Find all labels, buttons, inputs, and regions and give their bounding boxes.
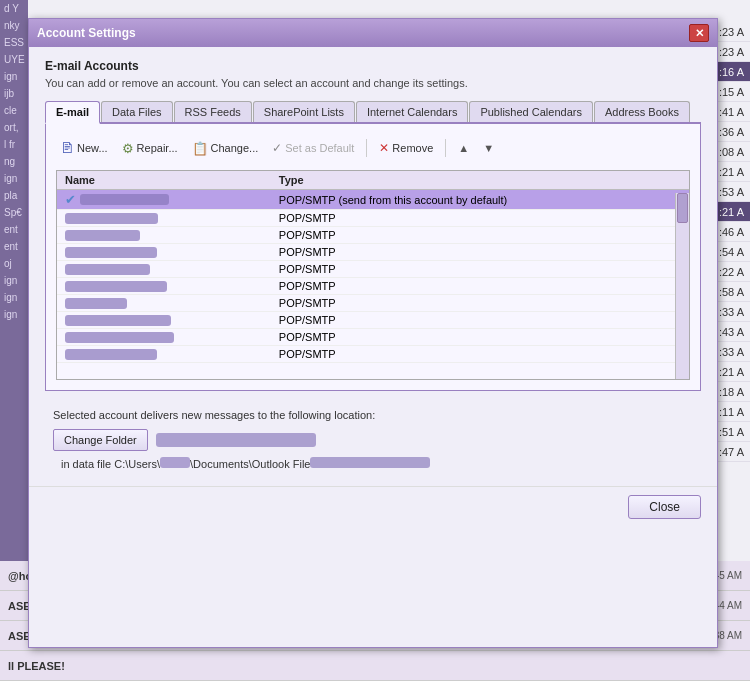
toolbar: 🖹 New... ⚙ Repair... 📋 Change... ✓ Set a… (56, 134, 690, 162)
sidebar-bg-item: ign (0, 272, 28, 289)
table-cell-type: POP/SMTP (271, 227, 689, 244)
sidebar-bg-item: ESS (0, 34, 28, 51)
change-folder-button[interactable]: Change Folder (53, 429, 148, 451)
sidebar-bg-item: ijb (0, 85, 28, 102)
sidebar-bg-item: UYE (0, 51, 28, 68)
table-row[interactable]: POP/SMTP (57, 329, 689, 346)
bg-bottom-email-row: ll PLEASE! (0, 651, 750, 681)
close-dialog-button[interactable]: Close (628, 495, 701, 519)
table-cell-name (57, 312, 271, 329)
repair-icon: ⚙ (122, 141, 134, 156)
table-cell-name (57, 244, 271, 261)
col-type-header: Type (271, 171, 689, 190)
tab-internet-calendars[interactable]: Internet Calendars (356, 101, 469, 122)
sidebar-bg-item: ign (0, 68, 28, 85)
dialog-close-button[interactable]: ✕ (689, 24, 709, 42)
table-cell-type: POP/SMTP (271, 261, 689, 278)
table-cell-type: POP/SMTP (271, 278, 689, 295)
table-cell-name (57, 261, 271, 278)
account-name-blurred (65, 298, 127, 309)
account-name-blurred (65, 332, 174, 343)
remove-label: Remove (392, 142, 433, 154)
sidebar-bg-item: d Y (0, 0, 28, 17)
new-icon: 🖹 (60, 140, 74, 156)
new-button[interactable]: 🖹 New... (56, 138, 112, 158)
data-file-text-middle: \Documents\Outlook File (190, 458, 310, 470)
remove-button[interactable]: ✕ Remove (375, 139, 437, 157)
sidebar-bg-item: ort, (0, 119, 28, 136)
section-title: E-mail Accounts (45, 59, 701, 73)
new-label: New... (77, 142, 108, 154)
section-desc: You can add or remove an account. You ca… (45, 77, 701, 89)
up-arrow-icon: ▲ (458, 142, 469, 154)
down-arrow-icon: ▼ (483, 142, 494, 154)
scrollbar-thumb[interactable] (677, 193, 688, 223)
col-name-header: Name (57, 171, 271, 190)
table-row[interactable]: POP/SMTP (57, 244, 689, 261)
tab-data-files[interactable]: Data Files (101, 101, 173, 122)
path-blurred-file (310, 457, 430, 468)
tab-published-calendars[interactable]: Published Calendars (469, 101, 593, 122)
footer-section: Selected account delivers new messages t… (45, 401, 701, 478)
account-name-blurred (65, 281, 167, 292)
change-icon: 📋 (192, 141, 208, 156)
move-down-button[interactable]: ▼ (479, 140, 498, 156)
account-name-blurred (65, 315, 171, 326)
account-name-blurred (65, 230, 140, 241)
table-cell-name: ✔ (57, 190, 271, 210)
set-default-button[interactable]: ✓ Set as Default (268, 139, 358, 157)
change-button[interactable]: 📋 Change... (188, 139, 263, 158)
table-row[interactable]: POP/SMTP (57, 295, 689, 312)
change-folder-row: Change Folder (53, 429, 693, 451)
table-cell-type: POP/SMTP (271, 312, 689, 329)
sidebar-bg-item: cle (0, 102, 28, 119)
table-row[interactable]: POP/SMTP (57, 210, 689, 227)
sidebar-bg-item: pla (0, 187, 28, 204)
account-default-icon: ✔ (65, 192, 76, 207)
table-row[interactable]: POP/SMTP (57, 312, 689, 329)
tab-email[interactable]: E-mail (45, 101, 100, 124)
sidebar-bg-item: ign (0, 289, 28, 306)
table-cell-name (57, 346, 271, 363)
repair-label: Repair... (137, 142, 178, 154)
sidebar-bg-item: Sp€ (0, 204, 28, 221)
footer-desc: Selected account delivers new messages t… (53, 409, 693, 421)
default-icon: ✓ (272, 141, 282, 155)
tab-address-books[interactable]: Address Books (594, 101, 690, 122)
path-blurred-user (160, 457, 190, 468)
account-settings-dialog: Account Settings ✕ E-mail Accounts You c… (28, 18, 718, 648)
data-file-text-static: in data file C:\Users\ (61, 458, 160, 470)
repair-button[interactable]: ⚙ Repair... (118, 139, 182, 158)
table-cell-type: POP/SMTP (271, 244, 689, 261)
sidebar-bg-item: ign (0, 306, 28, 323)
table-row[interactable]: POP/SMTP (57, 227, 689, 244)
account-table: Name Type ✔POP/SMTP (send from this acco… (57, 171, 689, 363)
remove-icon: ✕ (379, 141, 389, 155)
table-row[interactable]: POP/SMTP (57, 278, 689, 295)
table-row[interactable]: ✔POP/SMTP (send from this account by def… (57, 190, 689, 210)
table-cell-name (57, 295, 271, 312)
toolbar-separator-2 (445, 139, 446, 157)
scrollbar-track[interactable] (675, 193, 689, 379)
folder-name-blurred (156, 433, 316, 447)
bg-email-sender: ll PLEASE! (8, 660, 168, 672)
table-cell-type: POP/SMTP (271, 295, 689, 312)
toolbar-separator-1 (366, 139, 367, 157)
dialog-content: E-mail Accounts You can add or remove an… (29, 47, 717, 486)
table-cell-type: POP/SMTP (271, 346, 689, 363)
sidebar-bg-item: ng (0, 153, 28, 170)
tab-sharepoint[interactable]: SharePoint Lists (253, 101, 355, 122)
table-cell-name (57, 278, 271, 295)
account-name-blurred (65, 213, 158, 224)
dialog-titlebar: Account Settings ✕ (29, 19, 717, 47)
data-file-path: in data file C:\Users\\Documents\Outlook… (61, 457, 693, 470)
account-name-blurred (65, 264, 150, 275)
table-cell-type: POP/SMTP (271, 210, 689, 227)
tab-rss-feeds[interactable]: RSS Feeds (174, 101, 252, 122)
sidebar-bg-item: oj (0, 255, 28, 272)
tabs-container: E-mailData FilesRSS FeedsSharePoint List… (45, 101, 701, 124)
table-cell-name (57, 210, 271, 227)
table-row[interactable]: POP/SMTP (57, 346, 689, 363)
table-row[interactable]: POP/SMTP (57, 261, 689, 278)
move-up-button[interactable]: ▲ (454, 140, 473, 156)
